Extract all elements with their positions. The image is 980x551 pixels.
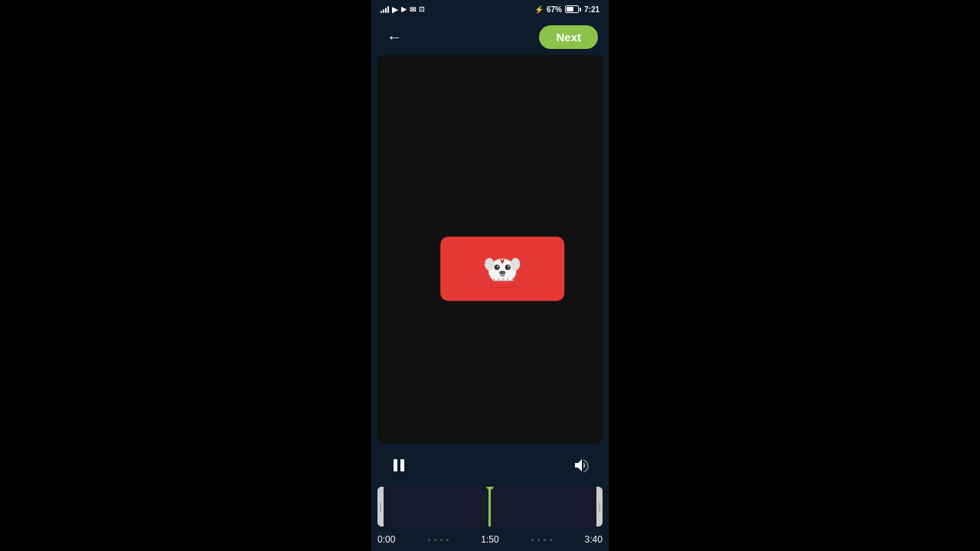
dot	[531, 539, 534, 541]
end-time: 3:40	[585, 534, 603, 545]
svg-point-4	[505, 265, 511, 270]
signal-bars-icon	[381, 6, 389, 13]
header: ← Next	[371, 18, 609, 55]
svg-point-1	[485, 258, 494, 270]
dot	[537, 539, 540, 541]
logo-sticker	[440, 236, 564, 301]
dot	[440, 539, 443, 541]
start-time: 0:00	[377, 534, 395, 545]
mail-icon: ✉	[410, 5, 416, 14]
mid-time: 1:50	[481, 534, 498, 545]
svg-point-5	[497, 266, 498, 267]
svg-rect-14	[394, 459, 397, 471]
svg-point-3	[495, 265, 500, 270]
time-labels: 0:00 1:50 3:40	[371, 530, 609, 551]
dot	[544, 539, 546, 541]
extra-icon: ⊡	[419, 5, 425, 13]
youtube-icon: ▶	[401, 5, 407, 13]
bluetooth-icon: ⚡	[534, 5, 544, 14]
svg-point-6	[508, 266, 509, 267]
playback-controls	[371, 444, 609, 487]
video-area[interactable]	[377, 55, 603, 444]
timeline-right-handle[interactable]	[596, 487, 603, 527]
time-dots-right	[531, 539, 552, 541]
timeline-track[interactable]	[377, 487, 603, 527]
timeline-section	[371, 487, 609, 530]
battery-icon	[565, 5, 581, 13]
status-right: ⚡ 67% 7:21	[534, 5, 599, 14]
pause-button[interactable]	[385, 452, 413, 479]
status-left: ▶ ▶ ✉ ⊡	[381, 5, 425, 14]
dot	[428, 539, 430, 541]
playhead[interactable]	[488, 487, 491, 527]
dot	[434, 539, 436, 541]
status-bar: ▶ ▶ ✉ ⊡ ⚡ 67% 7:21	[371, 0, 609, 18]
phone-frame: ▶ ▶ ✉ ⊡ ⚡ 67% 7:21 ← Next	[371, 0, 609, 551]
wifi-icon: ▶	[392, 5, 398, 14]
dog-icon	[479, 246, 525, 292]
timeline-inner[interactable]	[384, 487, 596, 527]
svg-rect-15	[400, 459, 404, 471]
playhead-top	[486, 487, 494, 490]
next-button[interactable]: Next	[539, 25, 598, 49]
clock: 7:21	[584, 5, 599, 14]
svg-point-2	[511, 258, 520, 270]
svg-point-7	[499, 271, 505, 275]
time-dots-left	[428, 539, 449, 541]
volume-button[interactable]	[567, 452, 595, 479]
timeline-left-handle[interactable]	[377, 487, 384, 527]
svg-rect-8	[490, 281, 514, 287]
dot	[446, 539, 449, 541]
dot	[550, 539, 552, 541]
back-button[interactable]: ←	[382, 24, 407, 49]
battery-percent: 67%	[547, 5, 562, 14]
